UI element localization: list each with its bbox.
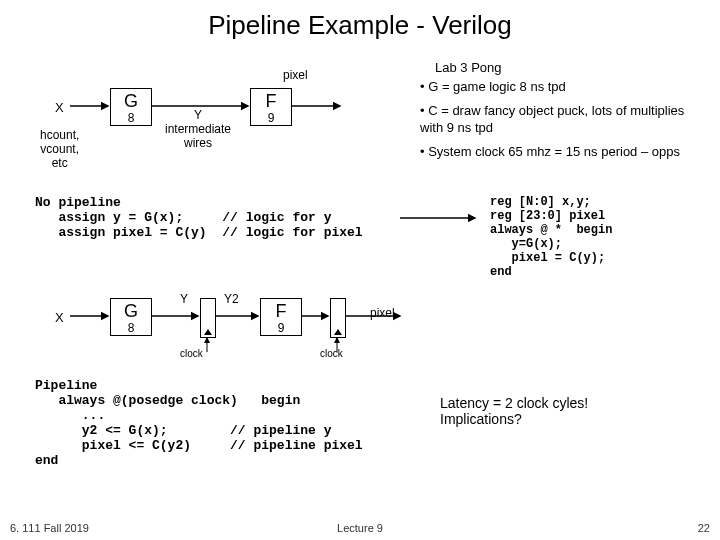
latency-note: Latency = 2 clock cyles! Implications? — [440, 395, 588, 427]
footer-center: Lecture 9 — [0, 522, 720, 534]
footer-right: 22 — [698, 522, 710, 534]
d2-arrows — [0, 0, 720, 400]
code-pipeline: Pipeline always @(posedge clock) begin .… — [35, 378, 363, 468]
